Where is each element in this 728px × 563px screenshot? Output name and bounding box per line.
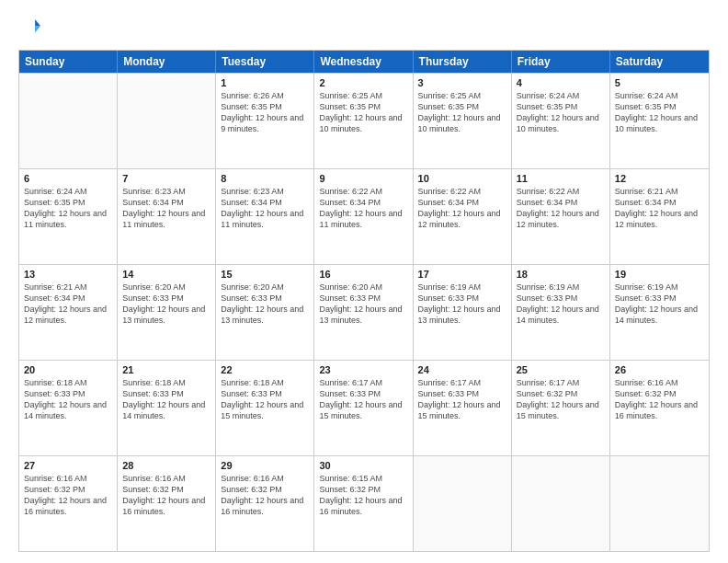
calendar-cell: 11Sunrise: 6:22 AM Sunset: 6:34 PM Dayli…: [512, 169, 610, 264]
calendar-cell: [512, 456, 610, 551]
day-info: Sunrise: 6:16 AM Sunset: 6:32 PM Dayligh…: [24, 473, 112, 518]
calendar-cell: 4Sunrise: 6:24 AM Sunset: 6:35 PM Daylig…: [512, 74, 610, 168]
calendar-cell: 30Sunrise: 6:15 AM Sunset: 6:32 PM Dayli…: [314, 456, 413, 551]
day-info: Sunrise: 6:24 AM Sunset: 6:35 PM Dayligh…: [615, 90, 704, 135]
calendar-header: SundayMondayTuesdayWednesdayThursdayFrid…: [19, 51, 709, 73]
calendar-cell: 10Sunrise: 6:22 AM Sunset: 6:34 PM Dayli…: [414, 169, 512, 264]
day-info: Sunrise: 6:20 AM Sunset: 6:33 PM Dayligh…: [122, 282, 210, 327]
day-info: Sunrise: 6:15 AM Sunset: 6:32 PM Dayligh…: [319, 473, 407, 518]
day-info: Sunrise: 6:17 AM Sunset: 6:33 PM Dayligh…: [418, 377, 506, 422]
day-info: Sunrise: 6:26 AM Sunset: 6:35 PM Dayligh…: [221, 90, 309, 135]
calendar-cell: [414, 456, 512, 551]
calendar-cell: 6Sunrise: 6:24 AM Sunset: 6:35 PM Daylig…: [19, 169, 118, 264]
calendar-cell: 16Sunrise: 6:20 AM Sunset: 6:33 PM Dayli…: [314, 265, 413, 360]
day-info: Sunrise: 6:21 AM Sunset: 6:34 PM Dayligh…: [615, 186, 704, 231]
day-info: Sunrise: 6:16 AM Sunset: 6:32 PM Dayligh…: [221, 473, 309, 518]
day-number: 13: [24, 269, 112, 280]
day-header-thursday: Thursday: [414, 51, 512, 73]
calendar-cell: 8Sunrise: 6:23 AM Sunset: 6:34 PM Daylig…: [216, 169, 314, 264]
day-number: 10: [418, 173, 506, 184]
calendar-cell: 20Sunrise: 6:18 AM Sunset: 6:33 PM Dayli…: [19, 361, 118, 455]
day-number: 19: [615, 269, 704, 280]
day-number: 27: [24, 460, 112, 471]
day-number: 17: [418, 269, 506, 280]
day-info: Sunrise: 6:19 AM Sunset: 6:33 PM Dayligh…: [517, 282, 605, 327]
calendar-cell: 13Sunrise: 6:21 AM Sunset: 6:34 PM Dayli…: [19, 265, 118, 360]
day-header-wednesday: Wednesday: [314, 51, 413, 73]
day-number: 5: [615, 77, 704, 88]
calendar-cell: 29Sunrise: 6:16 AM Sunset: 6:32 PM Dayli…: [216, 456, 314, 551]
day-info: Sunrise: 6:18 AM Sunset: 6:33 PM Dayligh…: [122, 377, 210, 422]
calendar-row-3: 20Sunrise: 6:18 AM Sunset: 6:33 PM Dayli…: [19, 360, 709, 455]
logo: [18, 17, 40, 40]
day-number: 14: [122, 269, 210, 280]
calendar-cell: 28Sunrise: 6:16 AM Sunset: 6:32 PM Dayli…: [118, 456, 216, 551]
day-info: Sunrise: 6:24 AM Sunset: 6:35 PM Dayligh…: [24, 186, 112, 231]
day-number: 18: [517, 269, 605, 280]
svg-marker-1: [35, 26, 40, 32]
day-number: 11: [517, 173, 605, 184]
day-info: Sunrise: 6:20 AM Sunset: 6:33 PM Dayligh…: [221, 282, 309, 327]
calendar-cell: 24Sunrise: 6:17 AM Sunset: 6:33 PM Dayli…: [414, 361, 512, 455]
day-info: Sunrise: 6:20 AM Sunset: 6:33 PM Dayligh…: [319, 282, 407, 327]
day-info: Sunrise: 6:18 AM Sunset: 6:33 PM Dayligh…: [221, 377, 309, 422]
calendar-cell: 3Sunrise: 6:25 AM Sunset: 6:35 PM Daylig…: [414, 74, 512, 168]
day-header-monday: Monday: [118, 51, 216, 73]
calendar-row-4: 27Sunrise: 6:16 AM Sunset: 6:32 PM Dayli…: [19, 455, 709, 551]
day-info: Sunrise: 6:25 AM Sunset: 6:35 PM Dayligh…: [319, 90, 407, 135]
day-header-friday: Friday: [512, 51, 610, 73]
calendar-cell: 27Sunrise: 6:16 AM Sunset: 6:32 PM Dayli…: [19, 456, 118, 551]
day-info: Sunrise: 6:22 AM Sunset: 6:34 PM Dayligh…: [319, 186, 407, 231]
day-info: Sunrise: 6:23 AM Sunset: 6:34 PM Dayligh…: [221, 186, 309, 231]
day-info: Sunrise: 6:17 AM Sunset: 6:33 PM Dayligh…: [319, 377, 407, 422]
day-number: 26: [615, 364, 704, 375]
calendar-cell: 2Sunrise: 6:25 AM Sunset: 6:35 PM Daylig…: [314, 74, 413, 168]
day-info: Sunrise: 6:21 AM Sunset: 6:34 PM Dayligh…: [24, 282, 112, 327]
day-info: Sunrise: 6:22 AM Sunset: 6:34 PM Dayligh…: [517, 186, 605, 231]
day-number: 29: [221, 460, 309, 471]
day-number: 20: [24, 364, 112, 375]
day-number: 1: [221, 77, 309, 88]
day-number: 2: [319, 77, 407, 88]
calendar-row-2: 13Sunrise: 6:21 AM Sunset: 6:34 PM Dayli…: [19, 264, 709, 360]
day-info: Sunrise: 6:23 AM Sunset: 6:34 PM Dayligh…: [122, 186, 210, 231]
day-number: 23: [319, 364, 407, 375]
day-number: 15: [221, 269, 309, 280]
header: [18, 17, 710, 40]
calendar-cell: 14Sunrise: 6:20 AM Sunset: 6:33 PM Dayli…: [118, 265, 216, 360]
day-number: 25: [517, 364, 605, 375]
calendar-cell: 23Sunrise: 6:17 AM Sunset: 6:33 PM Dayli…: [314, 361, 413, 455]
day-number: 9: [319, 173, 407, 184]
calendar-cell: [19, 74, 118, 168]
calendar-cell: 1Sunrise: 6:26 AM Sunset: 6:35 PM Daylig…: [216, 74, 314, 168]
calendar-cell: 7Sunrise: 6:23 AM Sunset: 6:34 PM Daylig…: [118, 169, 216, 264]
day-header-sunday: Sunday: [19, 51, 118, 73]
day-header-saturday: Saturday: [610, 51, 709, 73]
calendar-cell: 17Sunrise: 6:19 AM Sunset: 6:33 PM Dayli…: [414, 265, 512, 360]
calendar-row-0: 1Sunrise: 6:26 AM Sunset: 6:35 PM Daylig…: [19, 73, 709, 168]
calendar-cell: [118, 74, 216, 168]
day-info: Sunrise: 6:17 AM Sunset: 6:32 PM Dayligh…: [517, 377, 605, 422]
calendar-cell: 26Sunrise: 6:16 AM Sunset: 6:32 PM Dayli…: [610, 361, 709, 455]
svg-marker-0: [35, 19, 40, 26]
day-number: 4: [517, 77, 605, 88]
day-number: 12: [615, 173, 704, 184]
page: SundayMondayTuesdayWednesdayThursdayFrid…: [0, 0, 728, 563]
day-number: 3: [418, 77, 506, 88]
day-number: 6: [24, 173, 112, 184]
day-number: 22: [221, 364, 309, 375]
day-info: Sunrise: 6:22 AM Sunset: 6:34 PM Dayligh…: [418, 186, 506, 231]
day-info: Sunrise: 6:16 AM Sunset: 6:32 PM Dayligh…: [122, 473, 210, 518]
calendar-cell: 18Sunrise: 6:19 AM Sunset: 6:33 PM Dayli…: [512, 265, 610, 360]
day-number: 7: [122, 173, 210, 184]
calendar-cell: 19Sunrise: 6:19 AM Sunset: 6:33 PM Dayli…: [610, 265, 709, 360]
calendar-cell: 12Sunrise: 6:21 AM Sunset: 6:34 PM Dayli…: [610, 169, 709, 264]
day-number: 30: [319, 460, 407, 471]
calendar-cell: 22Sunrise: 6:18 AM Sunset: 6:33 PM Dayli…: [216, 361, 314, 455]
logo-icon: [20, 17, 40, 37]
calendar-row-1: 6Sunrise: 6:24 AM Sunset: 6:35 PM Daylig…: [19, 168, 709, 264]
calendar: SundayMondayTuesdayWednesdayThursdayFrid…: [18, 50, 710, 552]
day-number: 24: [418, 364, 506, 375]
calendar-cell: 21Sunrise: 6:18 AM Sunset: 6:33 PM Dayli…: [118, 361, 216, 455]
day-number: 16: [319, 269, 407, 280]
